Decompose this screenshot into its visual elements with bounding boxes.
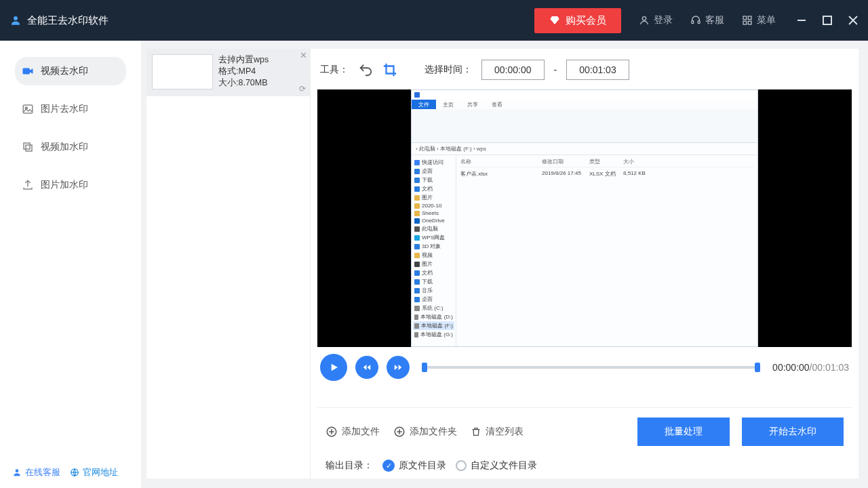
start-remove-watermark-button[interactable]: 开始去水印 [742,418,844,446]
official-site-link[interactable]: 官网地址 [70,466,118,479]
video-icon [22,65,34,77]
batch-process-button[interactable]: 批量处理 [637,418,730,446]
copy-icon [22,141,34,153]
online-support-link[interactable]: 在线客服 [12,466,60,479]
time-start-input[interactable]: 00:00:00 [481,60,545,80]
login-button[interactable]: 登录 [639,14,673,26]
output-label: 输出目录： [326,460,373,472]
add-folder-button[interactable]: 添加文件夹 [393,426,457,438]
app-title: 全能王去水印软件 [27,14,108,27]
headset-icon [690,15,701,26]
select-time-label: 选择时间： [425,64,472,76]
svg-rect-16 [26,145,32,151]
rewind-button[interactable] [355,356,378,379]
upload-icon [22,179,34,191]
preview-frame-content: 文件主页共享查看 › 此电脑 › 本地磁盘 (F:) › wps 快速访问桌面下… [411,89,758,347]
time-separator: - [554,64,557,75]
nav-label: 视频去水印 [41,65,88,77]
maximize-icon[interactable] [822,15,833,26]
svg-point-17 [16,469,19,472]
svg-rect-4 [743,16,747,20]
file-card[interactable]: 去掉内置wps 格式:MP4 大小:8.70MB ✕ ⟳ [146,49,310,96]
titlebar: 全能王去水印软件 购买会员 登录 客服 菜单 [0,0,868,41]
refresh-icon[interactable]: ⟳ [299,84,306,94]
tools-toolbar: 工具： 选择时间： 00:00:00 - 00:01:03 [317,53,852,89]
svg-rect-3 [698,21,700,24]
close-icon[interactable] [848,15,859,26]
preview-column: 工具： 选择时间： 00:00:00 - 00:01:03 文件主页共享查看 ›… [311,49,859,479]
app-brand: 全能王去水印软件 [9,14,108,27]
svg-rect-5 [748,16,751,20]
forward-button[interactable] [387,356,410,379]
time-end-input[interactable]: 00:01:03 [566,60,629,80]
file-name: 去掉内置wps [218,54,269,66]
range-end-handle[interactable] [755,363,760,372]
player-controls: 00:00:00/00:01:03 [317,347,852,384]
image-icon [22,103,34,115]
preview-breadcrumb: › 此电脑 › 本地磁盘 (F:) › wps [412,143,757,155]
menu-button[interactable]: 菜单 [742,14,776,26]
check-icon: ✓ [382,460,395,472]
diamond-icon [549,15,560,26]
svg-rect-12 [23,68,31,75]
grid-icon [742,15,753,26]
output-custom-radio[interactable]: 自定义文件目录 [456,460,537,472]
plus-circle-icon [326,426,338,438]
svg-rect-9 [823,16,831,24]
buy-membership-button[interactable]: 购买会员 [534,8,621,33]
play-button[interactable] [320,354,347,381]
nav-image-remove-watermark[interactable]: 图片去水印 [15,95,126,123]
file-thumbnail [152,54,213,89]
nav-label: 图片去水印 [41,103,88,115]
radio-off-icon [456,460,467,471]
window-controls [796,15,859,26]
svg-rect-2 [692,21,694,24]
svg-point-1 [642,17,646,20]
svg-rect-15 [24,143,30,149]
remove-file-icon[interactable]: ✕ [300,50,307,60]
sidebar-footer: 在线客服 官网地址 [0,457,141,488]
svg-rect-13 [23,105,33,113]
nav-image-add-watermark[interactable]: 图片加水印 [15,171,126,199]
nav-label: 图片加水印 [41,179,88,191]
clear-list-button[interactable]: 清空列表 [471,426,524,438]
browser-icon [70,468,79,477]
svg-rect-6 [743,21,747,24]
undo-icon[interactable] [358,62,373,77]
timecode: 00:00:00/00:01:03 [772,362,849,373]
forward-icon [393,363,403,372]
bottom-bar: 添加文件 添加文件夹 清空列表 批量处理 开始去水印 [317,407,852,479]
nav-label: 视频加水印 [41,141,88,153]
nav-video-remove-watermark[interactable]: 视频去水印 [15,57,126,85]
file-meta: 去掉内置wps 格式:MP4 大小:8.70MB [218,54,269,91]
range-start-handle[interactable] [422,363,427,372]
add-file-button[interactable]: 添加文件 [326,426,380,438]
trash-icon [471,426,481,437]
nav-video-add-watermark[interactable]: 视频加水印 [15,133,126,161]
play-icon [328,362,339,373]
crop-icon[interactable] [382,62,397,77]
output-row: 输出目录： ✓ 原文件目录 自定义文件目录 [326,460,844,472]
user-icon [12,468,22,477]
user-outline-icon [639,15,650,26]
user-icon [9,14,22,26]
progress-bar[interactable] [422,366,760,369]
tools-label: 工具： [320,64,349,76]
file-list-column: 去掉内置wps 格式:MP4 大小:8.70MB ✕ ⟳ [146,49,311,479]
svg-point-0 [14,16,18,20]
output-original-radio[interactable]: ✓ 原文件目录 [382,460,446,472]
rewind-icon [362,363,372,372]
plus-circle-icon [393,426,406,438]
minimize-icon[interactable] [796,15,807,26]
sidebar: 视频去水印 图片去水印 视频加水印 图片加水印 在线客服 官网地址 [0,41,141,488]
support-button[interactable]: 客服 [690,14,724,26]
svg-rect-7 [748,21,751,24]
video-preview: 文件主页共享查看 › 此电脑 › 本地磁盘 (F:) › wps 快速访问桌面下… [317,89,852,347]
